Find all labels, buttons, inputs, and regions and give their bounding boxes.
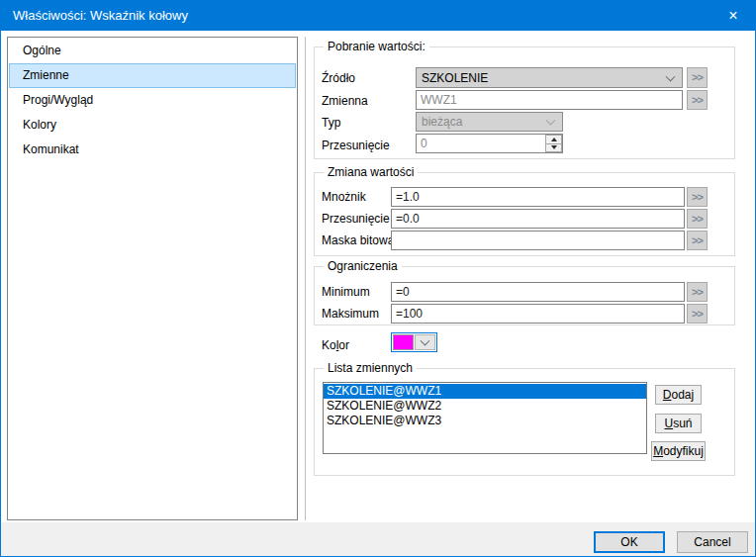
sidebar-item-komunikat[interactable]: Komunikat bbox=[9, 138, 296, 162]
vertical-separator bbox=[305, 37, 306, 520]
zmienna-more-button[interactable]: >> bbox=[687, 90, 708, 110]
cancel-button[interactable]: Cancel bbox=[677, 531, 748, 553]
group-title: Ograniczenia bbox=[324, 259, 402, 273]
category-list: Ogólne Zmienne Progi/Wygląd Kolory Komun… bbox=[7, 37, 298, 520]
chevron-down-icon bbox=[421, 336, 430, 346]
list-item[interactable]: SZKOLENIE@WWZ2 bbox=[324, 399, 646, 414]
group-title: Zmiana wartości bbox=[324, 165, 418, 179]
group-title: Lista zmiennych bbox=[324, 361, 417, 375]
przesuniecie2-more-button[interactable]: >> bbox=[687, 209, 708, 229]
window-title: Właściwości: Wskaźnik kołowy bbox=[13, 1, 188, 31]
typ-value: bieżąca bbox=[422, 115, 462, 129]
sidebar-item-progi-wyglad[interactable]: Progi/Wygląd bbox=[9, 88, 296, 113]
close-icon: × bbox=[728, 7, 737, 25]
sidebar-item-label: Zmienne bbox=[23, 68, 69, 82]
title-bar: Właściwości: Wskaźnik kołowy × bbox=[1, 1, 755, 31]
minimum-label: Minimum bbox=[322, 285, 370, 299]
przesuniecie-spinbox bbox=[416, 134, 563, 153]
sidebar-item-label: Ogólne bbox=[23, 44, 61, 57]
modyfikuj-button[interactable]: Modyfikuj bbox=[651, 441, 706, 461]
maksimum-more-button[interactable]: >> bbox=[687, 304, 708, 324]
przesuniecie2-label: Przesunięcie bbox=[322, 212, 390, 226]
maksimum-input[interactable] bbox=[391, 304, 685, 324]
down-arrow-icon bbox=[551, 145, 557, 149]
list-item[interactable]: SZKOLENIE@WWZ1 bbox=[324, 384, 646, 399]
zrodlo-more-button[interactable]: >> bbox=[687, 67, 708, 88]
ok-button[interactable]: OK bbox=[594, 531, 665, 553]
przesuniecie-input[interactable] bbox=[416, 134, 563, 153]
przesuniecie-label: Przesunięcie bbox=[322, 139, 390, 152]
maska-bitowa-input[interactable] bbox=[391, 231, 685, 250]
sidebar-item-label: Progi/Wygląd bbox=[23, 93, 93, 107]
close-button[interactable]: × bbox=[711, 1, 755, 31]
zrodlo-label: Źródło bbox=[322, 71, 355, 85]
chevron-down-icon bbox=[666, 71, 676, 81]
zrodlo-combobox[interactable]: SZKOLENIE bbox=[416, 67, 683, 88]
chevron-down-icon bbox=[546, 116, 556, 126]
typ-label: Typ bbox=[322, 116, 340, 130]
zrodlo-value: SZKOLENIE bbox=[422, 71, 488, 85]
maska-bitowa-more-button[interactable]: >> bbox=[687, 231, 708, 250]
dodaj-button[interactable]: Dodaj bbox=[655, 385, 702, 405]
kolor-dropdown[interactable] bbox=[391, 332, 437, 352]
zmienna-label: Zmienna bbox=[322, 94, 368, 108]
spinner bbox=[545, 135, 562, 152]
kolor-dropdown-button[interactable] bbox=[415, 334, 435, 350]
sidebar-item-label: Kolory bbox=[23, 118, 56, 132]
mnoznik-label: Mnożnik bbox=[322, 190, 366, 204]
sidebar-item-kolory[interactable]: Kolory bbox=[9, 113, 296, 138]
spinner-down-button[interactable] bbox=[545, 143, 562, 153]
color-swatch bbox=[393, 334, 414, 350]
sidebar-item-label: Komunikat bbox=[23, 142, 79, 156]
minimum-input[interactable] bbox=[391, 282, 685, 302]
kolor-label: Kolor bbox=[322, 338, 349, 352]
maksimum-label: Maksimum bbox=[322, 307, 379, 321]
usun-button[interactable]: Usuń bbox=[655, 414, 702, 433]
minimum-more-button[interactable]: >> bbox=[687, 282, 708, 302]
properties-dialog: Właściwości: Wskaźnik kołowy × Ogólne Zm… bbox=[0, 0, 756, 557]
sidebar-item-zmienne[interactable]: Zmienne bbox=[9, 63, 296, 88]
sidebar-item-ogolne[interactable]: Ogólne bbox=[9, 39, 296, 63]
zmienna-input[interactable] bbox=[416, 90, 683, 110]
group-title: Pobranie wartości: bbox=[324, 40, 429, 53]
maska-bitowa-label: Maska bitowa bbox=[322, 233, 394, 247]
variables-listbox: SZKOLENIE@WWZ1 SZKOLENIE@WWZ2 SZKOLENIE@… bbox=[323, 382, 647, 454]
up-arrow-icon bbox=[551, 138, 557, 141]
mnoznik-more-button[interactable]: >> bbox=[687, 187, 708, 207]
list-item[interactable]: SZKOLENIE@WWZ3 bbox=[324, 414, 646, 428]
mnoznik-input[interactable] bbox=[391, 187, 685, 207]
typ-combobox[interactable]: bieżąca bbox=[416, 112, 563, 132]
przesuniecie2-input[interactable] bbox=[391, 209, 685, 229]
